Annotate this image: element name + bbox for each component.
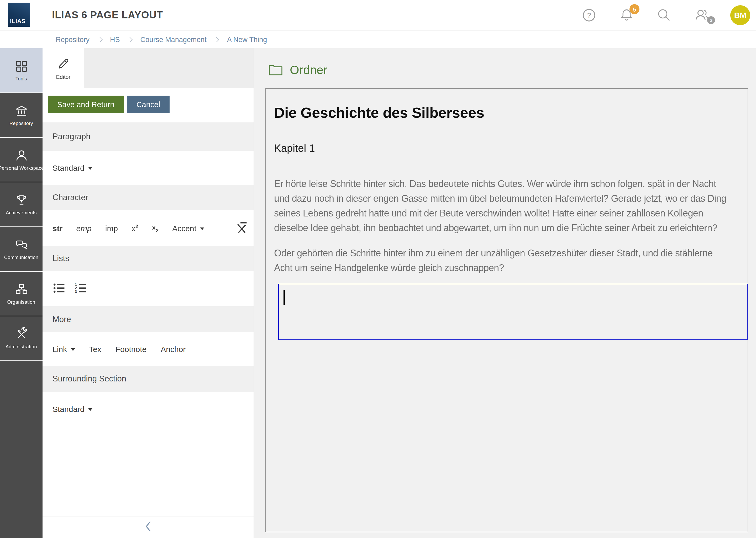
- speech-bubbles-icon: [15, 238, 28, 252]
- breadcrumb-a-new-thing[interactable]: A New Thing: [227, 35, 267, 43]
- sidebar-item-administration[interactable]: Administration: [0, 316, 42, 361]
- more-row: Link Tex Footnote Anchor: [42, 332, 254, 366]
- breadcrumb-chevron-icon: [97, 37, 102, 42]
- breadcrumb-hs[interactable]: HS: [110, 35, 120, 43]
- footnote-button[interactable]: Footnote: [116, 345, 147, 353]
- numbered-list-button[interactable]: 1 2 3: [74, 281, 87, 296]
- panel-bottom-bar: [42, 516, 254, 538]
- breadcrumb-chevron-icon: [127, 37, 133, 42]
- org-chart-icon: [15, 283, 28, 296]
- grid-icon: [15, 59, 28, 73]
- subscript-button[interactable]: x2: [152, 223, 159, 233]
- section-character-header: Character: [42, 185, 254, 210]
- sidebar-item-achievements[interactable]: Achievements: [0, 182, 42, 227]
- chevron-down-icon: [71, 348, 75, 351]
- clear-formatting-icon: [234, 220, 248, 234]
- paragraph-block[interactable]: Oder gehörten die Schritte hinter ihm zu…: [274, 246, 748, 275]
- tab-editor-label: Editor: [56, 74, 71, 80]
- panel-filler: [42, 426, 254, 516]
- section-lists-header: Lists: [42, 246, 254, 271]
- help-button[interactable]: ?: [582, 8, 596, 22]
- object-header: Ordner: [268, 63, 756, 77]
- notifications-button[interactable]: 5: [620, 8, 634, 22]
- sidebar-item-label: Organisation: [7, 299, 35, 305]
- sidebar-item-label: Administration: [6, 344, 37, 350]
- anchor-button[interactable]: Anchor: [161, 345, 186, 353]
- panel-tab-strip: Editor: [42, 48, 254, 88]
- page-content: Die Geschichte des Silbersees Kapitel 1 …: [265, 88, 748, 532]
- chevron-down-icon: [200, 227, 204, 230]
- section-surrounding-header: Surrounding Section: [42, 366, 254, 392]
- surrounding-row: Standard: [42, 392, 254, 426]
- crossed-tools-icon: [15, 327, 28, 341]
- breadcrumb-repository[interactable]: Repository: [56, 35, 89, 43]
- accent-dropdown[interactable]: Accent: [172, 224, 204, 233]
- strong-button[interactable]: str: [53, 224, 63, 233]
- pencil-icon: [56, 57, 71, 71]
- logo-text: ILIAS: [10, 18, 25, 24]
- chapter-heading[interactable]: Kapitel 1: [274, 142, 748, 154]
- sidebar-item-personal-workspace[interactable]: Personal Workspace: [0, 138, 42, 182]
- header-icon-bar: ? 5: [582, 0, 750, 30]
- text-cursor: [283, 290, 285, 305]
- person-icon: [15, 149, 28, 162]
- tex-button[interactable]: Tex: [89, 345, 101, 353]
- content-area: Ordner Die Geschichte des Silbersees Kap…: [254, 48, 756, 538]
- tab-editor[interactable]: Editor: [42, 48, 84, 88]
- ilias-app: ILIAS ILIAS 6 PAGE LAYOUT ? 5: [0, 0, 756, 538]
- user-avatar[interactable]: BM: [730, 5, 750, 25]
- sidebar-item-repository[interactable]: Repository: [0, 93, 42, 138]
- active-paragraph-editor[interactable]: [278, 284, 748, 340]
- ilias-logo[interactable]: ILIAS: [8, 3, 30, 27]
- bullet-list-icon: [53, 281, 66, 295]
- link-dropdown[interactable]: Link: [53, 345, 75, 353]
- superscript-button[interactable]: x2: [131, 223, 138, 233]
- svg-text:?: ?: [587, 11, 591, 19]
- surrounding-style-dropdown[interactable]: Standard: [53, 404, 92, 413]
- accent-label: Accent: [172, 224, 196, 233]
- search-icon: [657, 8, 671, 22]
- editor-actions: Save and Return Cancel: [42, 88, 254, 123]
- sidebar-item-label: Communication: [4, 255, 38, 260]
- notifications-badge: 5: [630, 4, 639, 14]
- folder-icon: [268, 64, 283, 76]
- bullet-list-button[interactable]: [53, 281, 66, 296]
- members-badge: 3: [707, 16, 715, 24]
- top-header: ILIAS ILIAS 6 PAGE LAYOUT ? 5: [0, 0, 756, 30]
- breadcrumb: Repository HS Course Management A New Th…: [0, 30, 756, 48]
- paragraph-block[interactable]: Er hörte leise Schritte hinter sich. Das…: [274, 177, 748, 235]
- collapse-panel-button[interactable]: [145, 520, 152, 534]
- clear-formatting-button[interactable]: [234, 220, 248, 236]
- paragraph-style-value: Standard: [53, 163, 84, 172]
- section-more-header: More: [42, 306, 254, 332]
- svg-text:3: 3: [75, 289, 77, 294]
- sidebar-item-organisation[interactable]: Organisation: [0, 272, 42, 316]
- search-button[interactable]: [657, 8, 671, 22]
- breadcrumb-chevron-icon: [214, 37, 219, 42]
- sidebar-item-label: Achievements: [6, 210, 37, 215]
- chevron-left-icon: [145, 520, 152, 533]
- emphasis-button[interactable]: emp: [76, 224, 91, 233]
- numbered-list-icon: 1 2 3: [74, 281, 87, 295]
- paragraph-row: Standard: [42, 151, 254, 185]
- document-title[interactable]: Die Geschichte des Silbersees: [274, 105, 748, 121]
- chevron-down-icon: [88, 167, 92, 170]
- breadcrumb-course-management[interactable]: Course Management: [140, 35, 207, 43]
- lists-row: 1 2 3: [42, 271, 254, 306]
- sidebar-item-label: Tools: [16, 76, 27, 81]
- surrounding-style-value: Standard: [53, 404, 84, 413]
- paragraph-style-dropdown[interactable]: Standard: [53, 163, 92, 172]
- chevron-down-icon: [88, 408, 92, 410]
- editor-panel: Editor Save and Return Cancel Paragraph …: [42, 48, 254, 538]
- bank-icon: [15, 104, 28, 118]
- sidebar-item-communication[interactable]: Communication: [0, 227, 42, 272]
- avatar-initials: BM: [734, 11, 746, 20]
- main-sidebar: Tools Repository Personal Workspace: [0, 48, 42, 538]
- save-and-return-button[interactable]: Save and Return: [48, 96, 124, 113]
- important-button[interactable]: imp: [105, 224, 118, 233]
- sidebar-item-tools[interactable]: Tools: [0, 48, 42, 93]
- trophy-icon: [15, 193, 28, 207]
- members-button[interactable]: 3: [694, 7, 710, 23]
- sidebar-item-label: Repository: [10, 121, 33, 126]
- cancel-button[interactable]: Cancel: [127, 96, 169, 113]
